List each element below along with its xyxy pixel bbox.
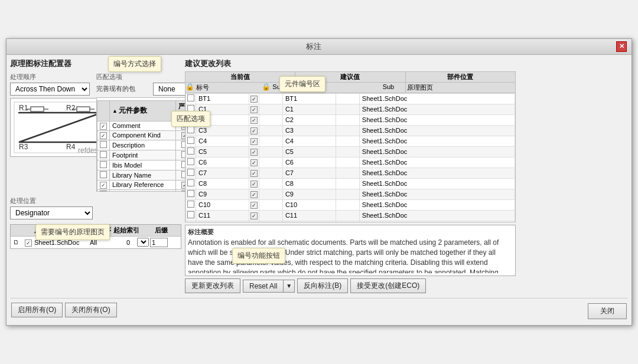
sugg-check-5[interactable] bbox=[187, 147, 194, 155]
sugg-check-10[interactable] bbox=[187, 201, 194, 208]
sugg-check-0[interactable] bbox=[187, 94, 194, 101]
sugg-sub-2 bbox=[259, 114, 282, 125]
params-check-header bbox=[97, 100, 110, 121]
sugg-check-9[interactable] bbox=[187, 190, 194, 197]
suggestion-row-10[interactable]: C10 C10 Sheet1.SchDoc bbox=[186, 199, 515, 210]
sugg-sub-9 bbox=[259, 189, 282, 199]
params-row-7: PCB3D bbox=[97, 189, 194, 192]
sugg-lock-1[interactable] bbox=[250, 106, 258, 113]
sugg-sub-12 bbox=[259, 221, 282, 222]
sugg-lock-9[interactable] bbox=[250, 191, 258, 198]
sugg-designator-5: C5 bbox=[196, 146, 249, 157]
close-button[interactable]: ✕ bbox=[616, 41, 627, 52]
sugg-schpage-0: Sheet1.SchDoc bbox=[359, 93, 515, 104]
pages-col1: 原理图页 bbox=[34, 226, 66, 235]
sugg-lock-4[interactable] bbox=[250, 138, 258, 145]
position-select[interactable]: Designator Center bbox=[10, 206, 93, 219]
reverse-annotate-button[interactable]: 反向标注(B) bbox=[297, 278, 348, 293]
sugg-check-12[interactable] bbox=[187, 222, 194, 222]
dialog-window: 标注 ✕ 原理图标注配置器 处理顺序 Across Then Down Down… bbox=[6, 38, 632, 326]
pages-row-checkbox[interactable] bbox=[25, 240, 32, 247]
start-index-select[interactable]: ↓ bbox=[137, 238, 149, 247]
sugg-sub-1 bbox=[259, 104, 282, 114]
suggestion-row-5[interactable]: C5 C5 Sheet1.SchDoc bbox=[186, 146, 515, 157]
sugg-new-sub-3 bbox=[336, 125, 359, 136]
params-row-4: Ibis Model bbox=[97, 160, 194, 170]
sugg-check-4[interactable] bbox=[187, 137, 194, 144]
sugg-designator-10: C10 bbox=[196, 199, 249, 210]
suggestion-row-1[interactable]: C1 C1 Sheet1.SchDoc bbox=[186, 104, 515, 114]
svg-rect-3 bbox=[31, 107, 44, 112]
lock2-header: 🔒 bbox=[262, 83, 271, 93]
sugg-sub-5 bbox=[259, 146, 282, 157]
param-check-6[interactable] bbox=[100, 182, 107, 189]
param-check-3[interactable] bbox=[100, 151, 107, 158]
pages-row-check[interactable] bbox=[25, 238, 34, 247]
sugg-lock-7[interactable] bbox=[250, 170, 258, 177]
sugg-sub-3 bbox=[259, 125, 282, 136]
overall-bottom: 启用所有(O) 关闭所有(O) 关闭 bbox=[10, 298, 628, 322]
suggestion-row-2[interactable]: C2 C2 Sheet1.SchDoc bbox=[186, 114, 515, 125]
sugg-lock-3[interactable] bbox=[250, 127, 258, 135]
suggestions-table-body: BT1 BT1 Sheet1.SchDoc C1 C1 Sheet1.SchDo… bbox=[185, 93, 516, 222]
sugg-lock-5[interactable] bbox=[250, 149, 258, 156]
close-dialog-button[interactable]: 关闭 bbox=[588, 303, 627, 319]
disable-all-button[interactable]: 关闭所有(O) bbox=[65, 303, 116, 317]
param-check-2[interactable] bbox=[100, 141, 107, 148]
accept-changes-button[interactable]: 接受更改(创建ECO) bbox=[350, 278, 426, 293]
sugg-lock-11[interactable] bbox=[250, 212, 258, 219]
sugg-lock-2[interactable] bbox=[250, 117, 258, 124]
enable-all-button[interactable]: 启用所有(O) bbox=[11, 303, 63, 317]
sugg-check-8[interactable] bbox=[187, 179, 194, 186]
sort-arrow[interactable] bbox=[112, 106, 119, 114]
svg-text:R1: R1 bbox=[19, 104, 28, 112]
suggestion-row-11[interactable]: C11 C11 Sheet1.SchDoc bbox=[186, 210, 515, 221]
sugg-sub-7 bbox=[259, 168, 282, 178]
dialog-body: 原理图标注配置器 处理顺序 Across Then Down Down Then… bbox=[6, 55, 632, 325]
param-check-7[interactable] bbox=[100, 191, 107, 192]
suggestions-tbody: BT1 BT1 Sheet1.SchDoc C1 C1 Sheet1.SchDo… bbox=[186, 93, 515, 222]
sugg-lock-10[interactable] bbox=[250, 202, 258, 209]
sugg-lock-0[interactable] bbox=[250, 96, 258, 103]
sugg-designator-1: C1 bbox=[196, 104, 249, 114]
params-table-container: 元件参数 严格 Comment bbox=[96, 97, 194, 192]
suggestion-row-12[interactable]: C12 C12 Sheet1.SchDoc bbox=[186, 221, 515, 222]
sugg-lock-6[interactable] bbox=[250, 159, 258, 166]
sugg-check-2[interactable] bbox=[187, 116, 194, 123]
part-location-group: 部件位置 原理图页 bbox=[406, 72, 515, 93]
sugg-new-sub-2 bbox=[336, 114, 359, 125]
suggestion-row-4[interactable]: C4 C4 Sheet1.SchDoc bbox=[186, 136, 515, 146]
right-panel: 建议更改列表 当前值 🔒 标号 🔒 Sub bbox=[185, 58, 516, 293]
sugg-check-1[interactable] bbox=[187, 105, 194, 112]
suggestion-row-3[interactable]: C3 C3 Sheet1.SchDoc bbox=[186, 125, 515, 136]
suggestion-row-7[interactable]: C7 C7 Sheet1.SchDoc bbox=[186, 168, 515, 178]
suggestions-table-header: 当前值 🔒 标号 🔒 Sub 建议值 标号 Sub bbox=[185, 71, 516, 93]
sugg-check-3[interactable] bbox=[187, 126, 194, 133]
sugg-check-11[interactable] bbox=[187, 211, 194, 218]
suggestion-row-8[interactable]: C8 C8 Sheet1.SchDoc bbox=[186, 178, 515, 189]
param-check-1[interactable] bbox=[100, 132, 107, 139]
param-check-0[interactable] bbox=[100, 123, 107, 130]
update-list-button[interactable]: 更新更改列表 bbox=[185, 278, 240, 293]
lock-header: 🔒 bbox=[185, 83, 195, 93]
param-check-4[interactable] bbox=[100, 161, 107, 168]
suggestion-row-6[interactable]: C6 C6 Sheet1.SchDoc bbox=[186, 157, 515, 168]
bottom-left-buttons: 启用所有(O) 关闭所有(O) bbox=[11, 303, 117, 317]
params-title: 元件参数 bbox=[119, 106, 147, 114]
sugg-check-7[interactable] bbox=[187, 169, 194, 176]
suggestion-row-9[interactable]: C9 C9 Sheet1.SchDoc bbox=[186, 189, 515, 199]
right-bottom-buttons: 更新更改列表 Reset All ▼ 反向标注(B) 接受更改(创建ECO) bbox=[185, 278, 516, 293]
pages-row-0: 🗋 Sheet1.SchDoc All 0 ↓ bbox=[11, 237, 181, 248]
reset-all-button[interactable]: Reset All bbox=[243, 280, 283, 293]
sugg-lock-8[interactable] bbox=[250, 181, 258, 188]
start-index-input[interactable] bbox=[150, 238, 168, 247]
sugg-sub-10 bbox=[259, 199, 282, 210]
position-section: 处理位置 Designator Center bbox=[10, 196, 181, 219]
order-select[interactable]: Across Then Down Down Then Across bbox=[10, 83, 90, 96]
sugg-check-6[interactable] bbox=[187, 158, 194, 165]
sugg-designator-0: BT1 bbox=[196, 93, 249, 104]
sugg-sub-0 bbox=[259, 93, 282, 104]
suggestion-row-0[interactable]: BT1 BT1 Sheet1.SchDoc bbox=[186, 93, 515, 104]
param-check-5[interactable] bbox=[100, 171, 107, 178]
reset-all-dropdown[interactable]: ▼ bbox=[283, 280, 295, 293]
